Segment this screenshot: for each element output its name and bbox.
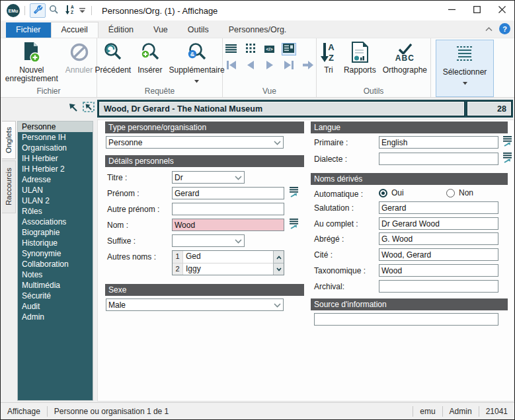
side-tab-raccourcis[interactable]: Raccourcis (2, 160, 16, 213)
scroll-down-button[interactable] (274, 263, 284, 275)
grid-scrollbar (273, 251, 284, 275)
maximize-button[interactable] (464, 1, 489, 20)
ribbon-group-outils: AZ Tri Rapports ABC Orthographe (317, 38, 431, 97)
radio-oui[interactable]: Oui (379, 188, 404, 197)
autres-noms-grid[interactable]: 1 Ged 2 Iggy (172, 250, 284, 275)
sidebar-item-audit[interactable]: Audit (18, 301, 93, 312)
emu-logo: EMu (7, 4, 20, 17)
archival-field[interactable] (379, 280, 498, 293)
radio-button[interactable] (379, 189, 387, 197)
next-record-button[interactable] (262, 59, 277, 72)
sidebar-item-historique[interactable]: Historique (18, 238, 93, 248)
previous-search-button[interactable]: Précédent (91, 39, 134, 75)
details-view-button[interactable] (282, 43, 296, 55)
sidebar-item-ulan-2[interactable]: ULAN 2 (18, 195, 93, 206)
collapse-ribbon-icon[interactable] (485, 24, 493, 34)
prenom-field[interactable] (172, 187, 284, 199)
lookup-list-icon[interactable] (502, 135, 512, 147)
goto-record-button[interactable] (301, 59, 315, 72)
row-value[interactable]: Iggy (183, 263, 273, 275)
attach-arrow-icon[interactable] (68, 101, 79, 115)
insert-search-button[interactable]: Insérer (134, 39, 165, 75)
sidebar-item-notes[interactable]: Notes (18, 269, 93, 280)
new-record-button[interactable]: Nouvel enregistrement (1, 39, 62, 83)
tab-vue[interactable]: Vue (143, 22, 178, 38)
radio-non[interactable]: Non (446, 188, 473, 197)
qat-dropdown-button[interactable] (77, 3, 87, 18)
sexe-dropdown[interactable]: Male (106, 298, 284, 311)
sidebar-item-securite[interactable]: Sécurité (18, 291, 93, 301)
sidebar-item-collaboration[interactable]: Collaboration (18, 259, 93, 269)
previous-search-label: Précédent (95, 66, 131, 75)
sidebar-item-personne-ih[interactable]: Personne IH (18, 132, 93, 143)
previous-record-button[interactable] (243, 59, 258, 72)
dialecte-field[interactable] (379, 153, 498, 165)
spellcheck-label: Orthographe (383, 66, 427, 75)
lookup-list-icon[interactable] (288, 218, 299, 230)
type-personne-dropdown[interactable]: Personne (106, 136, 284, 149)
code-view-icon: </> (264, 46, 274, 53)
minimize-button[interactable] (439, 1, 464, 20)
tab-personnes-org[interactable]: Personnes/Org. (219, 22, 297, 38)
quick-search-button[interactable] (46, 3, 61, 18)
sidebar-item-organisation[interactable]: Organisation (18, 143, 93, 153)
spellcheck-icon: ABC (395, 44, 415, 62)
sidebar-item-ih-herbier-2[interactable]: IH Herbier 2 (18, 164, 93, 174)
code-view-button[interactable]: </> (262, 43, 277, 55)
help-button[interactable]: ? (499, 23, 510, 34)
titre-dropdown[interactable]: Dr (172, 171, 245, 184)
spellcheck-button[interactable]: ABC Orthographe (379, 39, 430, 75)
tab-fichier[interactable]: Fichier (6, 22, 51, 38)
tab-outils[interactable]: Outils (178, 22, 219, 38)
reports-button[interactable]: Rapports (340, 39, 379, 75)
wrench-button[interactable] (30, 3, 46, 18)
au-complet-field[interactable] (379, 217, 498, 230)
sidebar-item-personne[interactable]: Personne (18, 122, 93, 132)
first-record-icon (226, 61, 237, 71)
first-record-button[interactable] (224, 59, 239, 72)
radio-button[interactable] (446, 189, 455, 197)
select-button[interactable]: Sélectionner (436, 40, 494, 97)
list-view-button[interactable] (224, 43, 239, 55)
salutation-field[interactable] (379, 201, 498, 214)
grid-view-button[interactable] (243, 43, 258, 55)
last-record-button[interactable] (282, 59, 296, 72)
sidebar-item-multimedia[interactable]: Multimédia (18, 280, 93, 291)
ribbon: Nouvel enregistrement Annuler Fichier Pr… (1, 38, 514, 98)
sidebar-item-adresse[interactable]: Adresse (18, 174, 93, 185)
abrege-field[interactable] (379, 232, 498, 245)
suffixe-dropdown[interactable] (172, 234, 245, 247)
sidebar-item-biographie[interactable]: Biographie (18, 227, 93, 238)
taxonomique-field[interactable] (379, 264, 498, 277)
close-button[interactable] (489, 1, 514, 20)
row-value[interactable]: Ged (183, 251, 273, 263)
svg-text:Z: Z (71, 10, 73, 15)
sidebar-item-ulan[interactable]: ULAN (18, 185, 93, 195)
tab-edition[interactable]: Édition (99, 22, 143, 38)
sidebar-item-roles[interactable]: Rôles (18, 206, 93, 217)
tab-accueil[interactable]: Accueil (51, 22, 99, 38)
sort-button[interactable]: AZ Tri (317, 39, 340, 75)
lookup-list-icon[interactable] (288, 186, 299, 198)
table-row[interactable]: 2 Iggy (173, 263, 273, 275)
primaire-field[interactable] (379, 136, 498, 149)
sidebar-item-associations[interactable]: Associations (18, 217, 93, 227)
scroll-up-button[interactable] (274, 251, 284, 263)
cite-field[interactable] (379, 248, 498, 261)
section-header-sexe: Sexe (105, 284, 304, 296)
lookup-list-icon[interactable] (502, 152, 512, 164)
table-row[interactable]: 1 Ged (173, 251, 273, 263)
attach-box-icon[interactable] (83, 101, 95, 115)
sidebar-item-synonymie[interactable]: Synonymie (18, 248, 93, 259)
archival-label: Archival: (314, 282, 344, 291)
side-tab-onglets[interactable]: Onglets (2, 121, 16, 159)
nom-field[interactable] (172, 219, 284, 231)
sidebar-item-ih-herbier[interactable]: IH Herbier (18, 153, 93, 164)
quick-sort-button[interactable]: AZ (61, 3, 77, 18)
autre-prenom-field[interactable] (172, 203, 284, 215)
salutation-label: Salutation : (314, 203, 354, 213)
source-field[interactable] (314, 313, 498, 326)
supplementary-search-button[interactable]: & Supplémentaire (166, 39, 228, 85)
sidebar-item-admin[interactable]: Admin (18, 312, 93, 322)
grid-view-icon (246, 44, 255, 55)
